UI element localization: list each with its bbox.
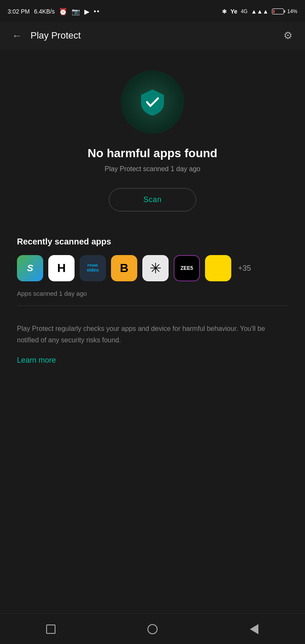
signal-icon: ▲▲▲: [251, 8, 269, 15]
network-speed: 6.4KB/s: [34, 8, 55, 15]
plus-count: +35: [238, 264, 251, 273]
list-item[interactable]: [205, 255, 231, 281]
top-navigation: ← Play Protect ⚙: [0, 22, 305, 49]
bluetooth-icon: ✱: [222, 8, 227, 15]
scan-subtitle: Play Protect scanned 1 day ago: [105, 165, 200, 173]
square-icon: [46, 625, 55, 634]
zee5-icon: ZEE5: [180, 265, 193, 271]
shield-icon: [138, 87, 167, 117]
battery-fill: [273, 10, 274, 13]
divider: [17, 305, 288, 306]
circle-icon: [147, 624, 158, 634]
status-bar: 3:02 PM 6.4KB/s ⏰ 📷 ▶ •• ✱ Ye 4G ▲▲▲ 14%: [0, 0, 305, 22]
sim-icon: Ye: [230, 8, 237, 15]
recently-scanned-section: Recently scanned apps S H prime video B: [8, 224, 297, 323]
prime-top-text: prime: [87, 264, 98, 268]
shield-section: No harmful apps found Play Protect scann…: [8, 49, 297, 224]
list-item[interactable]: B: [111, 255, 137, 281]
app-icons-row: S H prime video B ✳: [17, 255, 288, 281]
prime-video-icon: prime video: [87, 264, 99, 273]
list-item[interactable]: ✳: [142, 255, 169, 281]
info-section: Play Protect regularly checks your apps …: [8, 323, 297, 382]
bottom-navigation: [0, 613, 305, 644]
dots-icon: ••: [94, 8, 100, 15]
learn-more-link[interactable]: Learn more: [17, 356, 56, 364]
asterisk-icon: ✳: [150, 260, 161, 277]
back-nav-button[interactable]: [244, 619, 265, 640]
app-icon-b: B: [120, 261, 128, 275]
battery-body: [272, 8, 284, 14]
prime-bottom-text: video: [87, 267, 99, 273]
main-content: No harmful apps found Play Protect scann…: [0, 49, 305, 382]
app-icon-h: H: [57, 261, 66, 275]
app-icon-s: S: [27, 263, 33, 274]
back-arrow-icon: ←: [12, 30, 22, 42]
triangle-icon: [250, 624, 258, 634]
back-button[interactable]: ←: [8, 27, 25, 44]
instagram-icon: 📷: [72, 8, 80, 16]
battery-percent: 14%: [287, 8, 297, 14]
status-left: 3:02 PM 6.4KB/s ⏰ 📷 ▶ ••: [8, 8, 100, 16]
list-item[interactable]: S: [17, 255, 43, 281]
network-4g-icon: 4G: [241, 8, 247, 14]
overview-button[interactable]: [40, 619, 61, 640]
gear-icon: ⚙: [283, 30, 293, 42]
page-title: Play Protect: [30, 30, 280, 41]
status-title: No harmful apps found: [88, 147, 217, 160]
scan-button[interactable]: Scan: [109, 188, 196, 211]
scan-time: Apps scanned 1 day ago: [17, 290, 288, 297]
status-right: ✱ Ye 4G ▲▲▲ 14%: [222, 8, 297, 15]
info-description: Play Protect regularly checks your apps …: [17, 323, 288, 346]
recently-scanned-title: Recently scanned apps: [17, 237, 288, 247]
settings-button[interactable]: ⚙: [280, 27, 297, 44]
battery-indicator: 14%: [272, 8, 297, 14]
youtube-icon: ▶: [84, 8, 89, 16]
alarm-icon: ⏰: [59, 8, 67, 16]
home-button[interactable]: [142, 619, 163, 640]
list-item[interactable]: H: [48, 255, 75, 281]
shield-circle: [121, 70, 184, 134]
list-item[interactable]: prime video: [80, 255, 106, 281]
list-item[interactable]: ZEE5: [174, 255, 200, 281]
status-time: 3:02 PM: [8, 8, 30, 15]
